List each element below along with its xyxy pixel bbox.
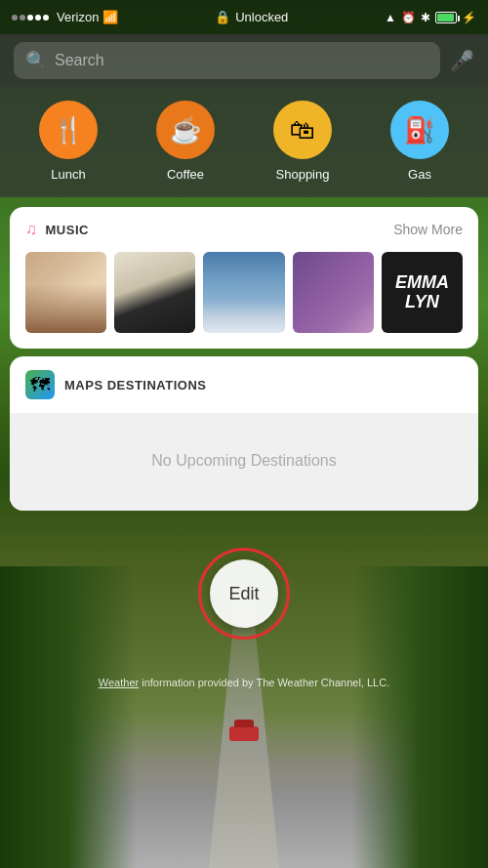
lunch-icon-circle: 🍴 [39, 101, 98, 159]
quick-access-bar: 🍴 Lunch ☕ Coffee 🛍 Shopping ⛽ Gas [0, 87, 488, 197]
shopping-label: Shopping [276, 167, 330, 182]
shopping-icon: 🛍 [290, 115, 315, 145]
shopping-icon-circle: 🛍 [273, 101, 332, 159]
maps-section-label: MAPS DESTINATIONS [64, 378, 207, 393]
signal-dot-2 [20, 15, 25, 21]
status-bar: Verizon 📶 🔒 Unlocked ▲ ⏰ ✱ ⚡ [0, 0, 488, 34]
maps-card: 🗺 MAPS DESTINATIONS No Upcoming Destinat… [10, 356, 478, 511]
gas-icon-circle: ⛽ [390, 101, 449, 159]
charging-icon: ⚡ [462, 11, 476, 24]
signal-dot-4 [35, 15, 41, 21]
location-arrow-icon: ▲ [385, 11, 396, 24]
quick-item-coffee[interactable]: ☕ Coffee [156, 101, 215, 182]
signal-dot-5 [43, 15, 49, 21]
search-icon: 🔍 [25, 50, 47, 71]
alarm-icon: ⏰ [401, 11, 416, 24]
quick-item-gas[interactable]: ⛽ Gas [390, 101, 449, 182]
quick-item-shopping[interactable]: 🛍 Shopping [273, 101, 332, 182]
signal-dots [12, 15, 49, 21]
coffee-icon: ☕ [170, 115, 201, 145]
coffee-label: Coffee [167, 167, 204, 182]
weather-link[interactable]: Weather [99, 677, 139, 688]
status-left: Verizon 📶 [12, 10, 118, 24]
car-on-road [229, 726, 259, 741]
quick-item-lunch[interactable]: 🍴 Lunch [39, 101, 98, 182]
edit-button[interactable]: Edit [210, 559, 278, 628]
signal-dot-3 [27, 15, 33, 21]
gas-icon: ⛽ [404, 115, 435, 145]
lunch-label: Lunch [51, 167, 85, 182]
maps-app-icon: 🗺 [25, 370, 55, 399]
music-card-title: ♫ MUSIC [25, 221, 89, 238]
maps-card-header: 🗺 MAPS DESTINATIONS [10, 356, 478, 413]
album-art-4[interactable] [293, 252, 374, 333]
music-section-label: MUSIC [46, 223, 89, 237]
lock-icon: 🔒 [215, 10, 230, 24]
music-note-icon: ♫ [25, 221, 38, 238]
album-art-5[interactable]: EMMALYN [382, 252, 463, 333]
search-input[interactable] [55, 52, 428, 69]
battery-fill [437, 14, 454, 21]
carrier-label: Verizon [57, 10, 99, 24]
search-input-wrapper[interactable]: 🔍 [14, 42, 440, 79]
album-grid: EMMALYN [25, 252, 463, 333]
edit-area: Edit Weather information provided by The… [0, 511, 488, 708]
gas-label: Gas [408, 167, 431, 182]
status-center: 🔒 Unlocked [215, 10, 288, 24]
battery-indicator [435, 12, 457, 23]
bluetooth-icon: ✱ [421, 11, 430, 24]
weather-credit-suffix: information provided by The Weather Chan… [139, 677, 389, 688]
no-destinations-label: No Upcoming Destinations [151, 452, 336, 469]
edit-button-wrapper: Edit [210, 559, 278, 628]
album-art-1[interactable] [25, 252, 106, 333]
music-card-header: ♫ MUSIC Show More [25, 221, 463, 238]
maps-card-body: No Upcoming Destinations [10, 413, 478, 511]
status-right: ▲ ⏰ ✱ ⚡ [385, 11, 476, 24]
lock-label: Unlocked [235, 10, 288, 24]
album-art-2[interactable] [114, 252, 195, 333]
mic-button[interactable]: 🎤 [450, 49, 474, 72]
show-more-button[interactable]: Show More [393, 222, 463, 237]
maps-icon-symbol: 🗺 [30, 374, 50, 396]
music-card: ♫ MUSIC Show More EMMALYN [10, 207, 478, 349]
wifi-icon: 📶 [102, 10, 118, 24]
lunch-icon: 🍴 [53, 115, 84, 145]
coffee-icon-circle: ☕ [156, 101, 215, 159]
album-art-3[interactable] [203, 252, 284, 333]
signal-dot-1 [12, 15, 18, 21]
weather-credit: Weather information provided by The Weat… [99, 677, 389, 688]
search-bar: 🔍 🎤 [0, 34, 488, 87]
